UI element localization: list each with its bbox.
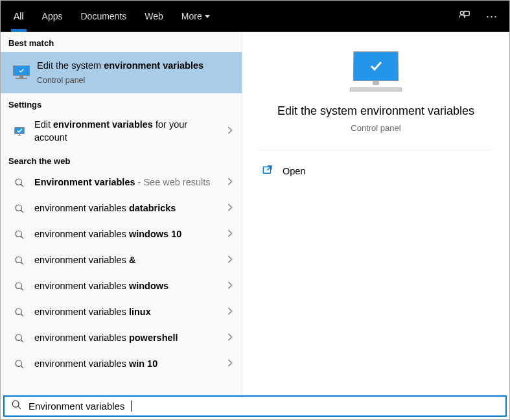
tab-web[interactable]: Web bbox=[145, 1, 163, 32]
chevron-right-icon bbox=[227, 281, 233, 292]
web-result-item[interactable]: environment variables linux bbox=[1, 299, 242, 325]
search-icon bbox=[12, 255, 27, 266]
tab-documents[interactable]: Documents bbox=[80, 1, 126, 32]
chevron-right-icon bbox=[227, 203, 233, 215]
web-result-item[interactable]: environment variables windows 10 bbox=[1, 222, 242, 248]
web-result-label: environment variables databricks bbox=[34, 202, 219, 215]
web-result-item[interactable]: environment variables powershell bbox=[1, 325, 242, 351]
web-result-item[interactable]: Environment variables - See web results bbox=[1, 170, 242, 196]
web-result-label: environment variables windows 10 bbox=[34, 228, 219, 241]
svg-rect-1 bbox=[464, 11, 469, 16]
feedback-icon[interactable] bbox=[458, 10, 470, 23]
preview-title: Edit the system environment variables bbox=[277, 104, 474, 118]
svg-point-6 bbox=[16, 257, 21, 262]
search-web-header: Search the web bbox=[1, 150, 242, 170]
tab-more[interactable]: More bbox=[181, 1, 210, 32]
system-properties-icon-large bbox=[350, 51, 402, 93]
web-result-label: Environment variables - See web results bbox=[34, 176, 219, 189]
search-icon bbox=[12, 333, 27, 344]
chevron-down-icon bbox=[205, 15, 210, 18]
tab-all[interactable]: All bbox=[14, 1, 24, 32]
chevron-right-icon bbox=[227, 332, 233, 344]
web-result-item[interactable]: environment variables windows bbox=[1, 274, 242, 299]
best-match-subtitle: Control panel bbox=[37, 75, 233, 86]
results-panel: Best match Edit the system environment v… bbox=[1, 32, 242, 398]
svg-point-0 bbox=[460, 11, 463, 14]
svg-point-9 bbox=[16, 334, 21, 340]
svg-rect-2 bbox=[15, 128, 24, 134]
search-box[interactable]: Environment variables bbox=[3, 395, 507, 417]
web-result-item[interactable]: environment variables & bbox=[1, 248, 242, 274]
search-icon bbox=[12, 204, 27, 214]
ellipsis-icon[interactable]: ··· bbox=[486, 10, 498, 23]
top-tab-bar: All Apps Documents Web More ··· bbox=[1, 1, 509, 32]
best-match-item[interactable]: Edit the system environment variables Co… bbox=[1, 52, 242, 93]
web-result-label: environment variables linux bbox=[34, 306, 219, 319]
preview-subtitle: Control panel bbox=[351, 123, 400, 133]
chevron-right-icon bbox=[227, 358, 233, 370]
search-icon bbox=[12, 359, 27, 369]
search-icon bbox=[12, 281, 27, 292]
svg-point-3 bbox=[16, 179, 21, 185]
search-icon bbox=[12, 307, 27, 318]
system-properties-icon bbox=[12, 65, 30, 80]
svg-point-8 bbox=[16, 309, 21, 314]
web-result-label: environment variables win 10 bbox=[34, 358, 219, 371]
web-result-label: environment variables & bbox=[34, 254, 219, 267]
svg-point-10 bbox=[16, 360, 21, 366]
chevron-right-icon bbox=[227, 229, 233, 240]
svg-point-4 bbox=[16, 205, 21, 211]
best-match-title: Edit the system environment variables Co… bbox=[37, 60, 233, 86]
web-result-label: environment variables powershell bbox=[34, 332, 219, 345]
search-icon bbox=[12, 229, 27, 240]
web-result-label: environment variables windows bbox=[34, 280, 219, 293]
svg-point-7 bbox=[16, 283, 21, 288]
chevron-right-icon bbox=[227, 255, 233, 266]
svg-point-5 bbox=[16, 231, 21, 237]
settings-item-label: Edit environment variables for your acco… bbox=[34, 119, 219, 144]
chevron-right-icon bbox=[227, 126, 233, 137]
search-icon bbox=[12, 178, 27, 188]
open-action[interactable]: Open bbox=[262, 161, 490, 181]
best-match-header: Best match bbox=[1, 32, 242, 52]
tab-apps[interactable]: Apps bbox=[42, 1, 63, 32]
preview-panel: Edit the system environment variables Co… bbox=[242, 32, 509, 398]
web-result-item[interactable]: environment variables win 10 bbox=[1, 351, 242, 377]
chevron-right-icon bbox=[227, 307, 233, 318]
web-result-item[interactable]: environment variables databricks bbox=[1, 196, 242, 222]
open-icon bbox=[262, 165, 273, 177]
settings-item-edit-env-account[interactable]: Edit environment variables for your acco… bbox=[1, 113, 242, 149]
chevron-right-icon bbox=[227, 177, 233, 189]
settings-header: Settings bbox=[1, 93, 242, 113]
system-properties-icon bbox=[12, 126, 27, 137]
open-label: Open bbox=[283, 166, 305, 176]
